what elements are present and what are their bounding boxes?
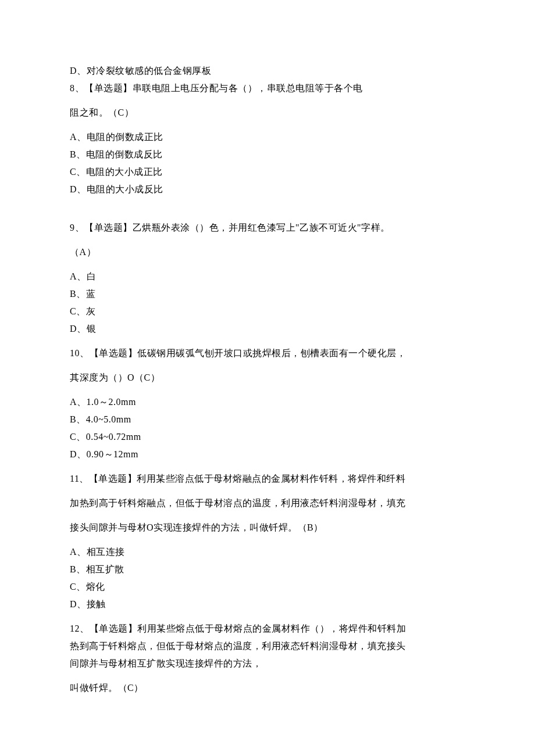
q9-option-d: D、银 [70, 322, 465, 336]
spacer [70, 214, 465, 221]
q8-option-d: D、电阻的大小成反比 [70, 182, 465, 196]
q11-option-b: B、相互扩散 [70, 562, 465, 576]
q10-option-b: B、4.0~5.0mm [70, 413, 465, 427]
q11-option-a: A、相互连接 [70, 545, 465, 559]
q8-option-b: B、电阻的倒数成反比 [70, 148, 465, 162]
q9-stem-line2: （A） [70, 245, 465, 259]
spacer [70, 99, 465, 106]
q10-option-a: A、1.0～2.0mm [70, 395, 465, 409]
spacer [70, 200, 465, 214]
spacer [70, 123, 465, 130]
q11-option-d: D、接触 [70, 597, 465, 611]
q9-option-c: C、灰 [70, 304, 465, 318]
q12-stem-line3: 间隙并与母材相互扩散实现连接焊件的方法， [70, 657, 465, 671]
q8-stem-line2: 阻之和。（C） [70, 106, 465, 120]
spacer [70, 615, 465, 622]
q12-stem-line1: 12、【单选题】利用某些熔点低于母材熔点的金属材料作（），将焊件和钎料加 [70, 622, 465, 636]
q8-option-c: C、电阻的大小成正比 [70, 165, 465, 179]
spacer [70, 364, 465, 371]
q8-option-a: A、电阻的倒数成正比 [70, 130, 465, 144]
q12-stem-line4: 叫做钎焊。（C） [70, 681, 465, 695]
q12-stem-line2: 热到高于钎料熔点，但低于母材熔点的温度，利用液态钎料润湿母材，填充接头 [70, 639, 465, 653]
q11-stem-line2: 加热到高于钎料熔融点，但低于母材溶点的温度，利用液态钎料润湿母材，填充 [70, 496, 465, 510]
spacer [70, 674, 465, 681]
q11-stem-line3: 接头间隙并与母材O实现连接焊件的方法，叫做钎焊。（B） [70, 521, 465, 535]
spacer [70, 339, 465, 346]
spacer [70, 263, 465, 270]
spacer [70, 465, 465, 472]
document-page: D、对冷裂纹敏感的低合金钢厚板 8、【单选题】串联电阻上电压分配与各（），串联总… [0, 0, 535, 756]
q11-option-c: C、熔化 [70, 580, 465, 594]
q10-option-d: D、0.90～12mm [70, 447, 465, 461]
spacer [70, 514, 465, 521]
spacer [70, 489, 465, 496]
q10-option-c: C、0.54~0.72mm [70, 430, 465, 444]
q10-stem-line2: 其深度为（）O（C） [70, 371, 465, 385]
spacer [70, 388, 465, 395]
q9-option-b: B、蓝 [70, 287, 465, 301]
q9-stem-line1: 9、【单选题】乙烘瓶外表涂（）色，并用红色漆写上"乙族不可近火"字样。 [70, 221, 465, 235]
spacer [70, 538, 465, 545]
q11-stem-line1: 11、【单选题】利用某些溶点低于母材熔融点的金属材料作钎料，将焊件和纤料 [70, 472, 465, 486]
q7-option-d: D、对冷裂纹敏感的低合金钢厚板 [70, 64, 465, 78]
q8-stem-line1: 8、【单选题】串联电阻上电压分配与各（），串联总电阻等于各个电 [70, 81, 465, 95]
q10-stem-line1: 10、【单选题】低碳钢用碳弧气刨开坡口或挑焊根后，刨槽表面有一个硬化层， [70, 346, 465, 360]
spacer [70, 238, 465, 245]
q9-option-a: A、白 [70, 270, 465, 284]
